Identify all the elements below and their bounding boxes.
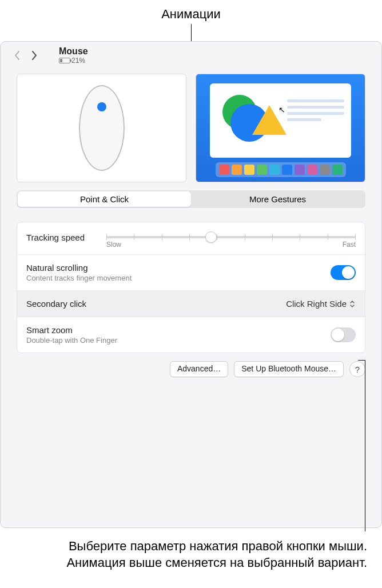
battery-percent: 21% (71, 57, 85, 65)
mouse-illustration (79, 85, 125, 171)
smart-zoom-row: Smart zoom Double-tap with One Finger (17, 317, 365, 353)
preview-dock (216, 162, 346, 177)
dock-item (257, 165, 267, 175)
advanced-button[interactable]: Advanced… (170, 361, 228, 377)
mouse-animation-preview (17, 74, 186, 182)
dock-item (232, 165, 242, 175)
footer-buttons: Advanced… Set Up Bluetooth Mouse… ? (17, 361, 365, 377)
callout-animations-label: Анимации (0, 0, 382, 22)
preview-row: ↖ (1, 67, 381, 187)
screen-animation-preview: ↖ (196, 74, 365, 182)
dock-item (332, 165, 343, 175)
preview-window: ↖ (210, 83, 351, 158)
tab-more-gestures[interactable]: More Gestures (191, 191, 364, 207)
popup-arrows-icon (349, 300, 356, 308)
tab-point-click[interactable]: Point & Click (18, 191, 191, 207)
dock-item (282, 165, 292, 175)
natural-scrolling-row: Natural scrolling Content tracks finger … (17, 254, 365, 290)
cursor-icon: ↖ (278, 105, 285, 114)
natural-scrolling-sub: Content tracks finger movement (26, 274, 132, 282)
forward-button[interactable] (28, 49, 41, 62)
battery-icon (59, 58, 70, 63)
dock-item (269, 165, 280, 175)
dock-item (244, 165, 254, 175)
tab-bar: Point & Click More Gestures (17, 190, 365, 208)
tracking-speed-row: Tracking speed Slow Fast (17, 222, 365, 254)
secondary-click-label: Secondary click (26, 299, 86, 309)
slider-fast-label: Fast (343, 241, 356, 249)
dock-item (219, 165, 229, 175)
titlebar: Mouse 21% (1, 42, 381, 67)
title-block: Mouse 21% (59, 46, 88, 65)
smart-zoom-sub: Double-tap with One Finger (26, 336, 117, 345)
setup-bluetooth-button[interactable]: Set Up Bluetooth Mouse… (234, 361, 344, 377)
page-title: Mouse (59, 46, 88, 57)
secondary-click-popup[interactable]: Click Right Side (286, 299, 356, 309)
help-button[interactable]: ? (349, 361, 365, 377)
callout-secondary-click-label: Выберите параметр нажатия правой кнопки … (0, 538, 382, 571)
callout-line-right (365, 360, 365, 531)
natural-scrolling-toggle[interactable] (331, 265, 356, 280)
slider-slow-label: Slow (106, 241, 121, 249)
dock-item (320, 165, 330, 175)
slider-knob[interactable] (205, 231, 217, 243)
secondary-click-row: Secondary click Click Right Side (17, 290, 365, 317)
tracking-speed-slider[interactable]: Slow Fast (106, 236, 356, 249)
doc-lines (287, 96, 344, 125)
battery-status: 21% (59, 57, 88, 65)
dock-item (295, 165, 305, 175)
natural-scrolling-label: Natural scrolling (26, 263, 132, 273)
secondary-click-value: Click Right Side (286, 299, 347, 309)
dock-item (307, 165, 317, 175)
mouse-click-indicator (97, 102, 106, 111)
smart-zoom-label: Smart zoom (26, 325, 117, 335)
mouse-settings-window: Mouse 21% ↖ (0, 41, 382, 528)
smart-zoom-toggle[interactable] (331, 327, 356, 342)
settings-list: Tracking speed Slow Fast Natural scrolli… (17, 222, 365, 353)
tracking-speed-label: Tracking speed (26, 233, 85, 242)
back-button[interactable] (11, 49, 23, 62)
